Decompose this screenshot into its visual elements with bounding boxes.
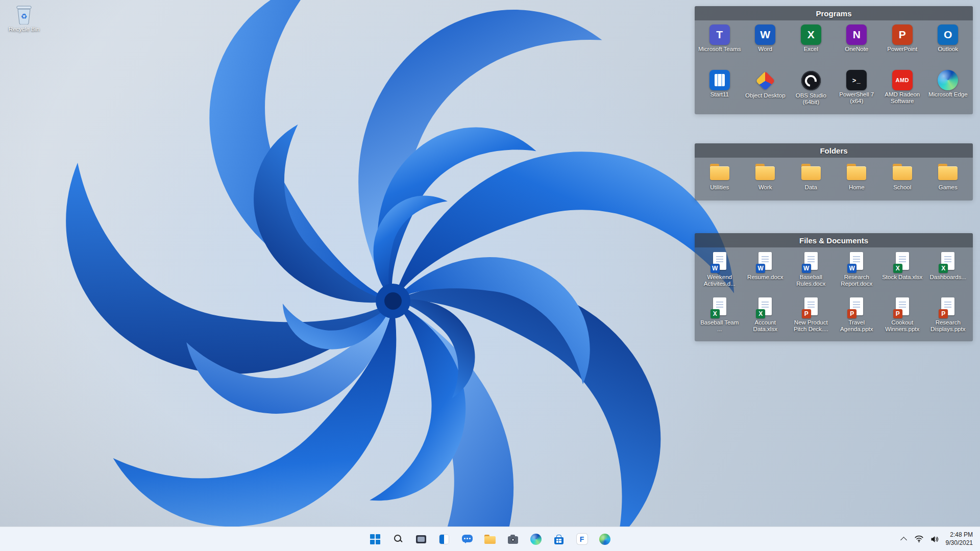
fence-item[interactable]: Utilities	[697, 159, 743, 198]
fence-item-label: Data	[789, 184, 833, 191]
fence-item[interactable]: Travel Agenda.pptx	[834, 294, 880, 339]
excel-file-icon	[891, 252, 914, 273]
fence-item[interactable]: Object Desktop	[743, 67, 789, 112]
fence-item[interactable]: Word	[743, 21, 789, 67]
outlook-icon	[938, 24, 958, 45]
fence-item[interactable]: Baseball Rules.docx	[788, 248, 834, 294]
colorful-app-button[interactable]	[595, 529, 615, 549]
folder-icon	[845, 162, 868, 183]
fence-item[interactable]: PowerShell 7 (x64)	[834, 67, 880, 112]
fence-item-label: Microsoft Teams	[698, 46, 742, 53]
fence-item-label: Cookout Winners.pptx	[880, 319, 924, 333]
fence-item[interactable]: Resume.docx	[743, 248, 789, 294]
fences-app-icon	[577, 534, 587, 544]
fence-item[interactable]: Games	[925, 159, 971, 198]
folder-icon	[937, 162, 959, 183]
fence-item[interactable]: Microsoft Edge	[925, 67, 971, 112]
fence-item-label: Microsoft Edge	[926, 91, 970, 98]
fence-item[interactable]: Research Report.docx	[834, 248, 880, 294]
desktop[interactable]: ♻ Recycle Bin Programs Microsoft Teams W…	[0, 0, 980, 551]
excel-file-icon	[937, 252, 959, 273]
fence-item-label: Home	[835, 184, 878, 191]
fence-item[interactable]: Start11	[697, 67, 743, 112]
fence-item[interactable]: Dashboards...	[925, 248, 971, 294]
fence-item-label: AMD Radeon Software	[880, 91, 924, 105]
recycle-bin[interactable]: ♻ Recycle Bin	[4, 4, 44, 32]
fence-programs-title[interactable]: Programs	[695, 6, 973, 20]
task-view-button[interactable]	[411, 529, 431, 549]
fence-item[interactable]: Account Data.xlsx	[743, 294, 789, 339]
fences-button[interactable]	[572, 529, 592, 549]
fence-item[interactable]: Research Displays.pptx	[925, 294, 971, 339]
fence-item[interactable]: Home	[834, 159, 880, 198]
fence-item-label: Utilities	[698, 184, 742, 191]
network-button[interactable]	[912, 531, 926, 548]
obs-icon	[800, 70, 822, 91]
fence-item-label: Research Report.docx	[835, 274, 878, 287]
fence-folders-grid: Utilities Work Data Home	[695, 158, 973, 201]
fence-item-label: Object Desktop	[743, 92, 787, 99]
fence-item[interactable]: Baseball Team ...	[697, 294, 743, 339]
start-button[interactable]	[365, 529, 385, 549]
fence-item-label: Account Data.xlsx	[743, 319, 787, 333]
chevron-up-icon	[900, 537, 907, 543]
onenote-icon	[846, 24, 867, 45]
fence-item[interactable]: School	[879, 159, 925, 198]
ppt-file-icon	[937, 297, 959, 318]
fence-item[interactable]: Data	[788, 159, 834, 198]
fence-item-label: New Product Pitch Deck....	[789, 319, 833, 333]
edge-button[interactable]	[526, 529, 546, 549]
objectdesktop-icon	[754, 70, 776, 91]
amd-icon	[892, 70, 913, 90]
file-explorer-button[interactable]	[480, 529, 500, 549]
volume-icon	[930, 536, 939, 543]
fence-item-label: PowerPoint	[880, 46, 924, 53]
start11-icon	[709, 70, 730, 90]
fence-item-label: OneNote	[835, 46, 878, 53]
widgets-button[interactable]	[434, 529, 454, 549]
ppt-file-icon	[800, 297, 822, 318]
fence-files-title[interactable]: Files & Documents	[695, 233, 973, 247]
fence-item[interactable]: Weekend Activites.d...	[697, 248, 743, 294]
task-view-icon	[416, 535, 426, 543]
hidden-icons-button[interactable]	[897, 531, 911, 548]
svg-text:♻: ♻	[21, 12, 28, 20]
fence-item[interactable]: OBS Studio (64bit)	[788, 67, 834, 112]
search-icon	[394, 534, 403, 544]
fence-folders-title[interactable]: Folders	[695, 143, 973, 158]
camera-button[interactable]	[503, 529, 523, 549]
fence-item[interactable]: New Product Pitch Deck....	[788, 294, 834, 339]
fence-item-label: Dashboards...	[926, 274, 970, 281]
store-button[interactable]	[549, 529, 569, 549]
powerpoint-icon	[892, 24, 913, 45]
widgets-icon	[439, 534, 449, 544]
fence-item[interactable]: PowerPoint	[879, 21, 925, 67]
fence-item-label: Games	[926, 184, 970, 191]
fence-item-label: OBS Studio (64bit)	[789, 92, 833, 106]
powershell-icon	[846, 70, 867, 90]
fence-item[interactable]: Excel	[788, 21, 834, 67]
volume-button[interactable]	[927, 531, 942, 548]
fence-programs-grid: Microsoft Teams Word Excel OneNo	[695, 20, 973, 114]
fence-item[interactable]: OneNote	[834, 21, 880, 67]
fence-item[interactable]: AMD Radeon Software	[879, 67, 925, 112]
fence-item-label: Outlook	[926, 46, 970, 53]
taskbar-clock[interactable]: 2:48 PM 9/30/2021	[943, 530, 977, 548]
search-button[interactable]	[388, 529, 408, 549]
chat-button[interactable]	[457, 529, 477, 549]
microsoft-store-icon	[554, 537, 564, 544]
fence-item[interactable]: Microsoft Teams	[697, 21, 743, 67]
fence-item-label: School	[880, 184, 924, 191]
windows-start-icon	[370, 534, 380, 544]
fence-item[interactable]: Cookout Winners.pptx	[879, 294, 925, 339]
teams-icon	[709, 24, 730, 45]
fence-item[interactable]: Work	[743, 159, 789, 198]
ppt-file-icon	[845, 297, 868, 318]
fence-item[interactable]: Outlook	[925, 21, 971, 67]
camera-icon	[508, 536, 518, 544]
ppt-file-icon	[891, 297, 914, 318]
fence-item[interactable]: Stock Data.xlsx	[879, 248, 925, 294]
taskbar: 2:48 PM 9/30/2021	[0, 527, 980, 551]
excel-file-icon	[708, 297, 731, 318]
word-file-icon	[800, 252, 822, 273]
